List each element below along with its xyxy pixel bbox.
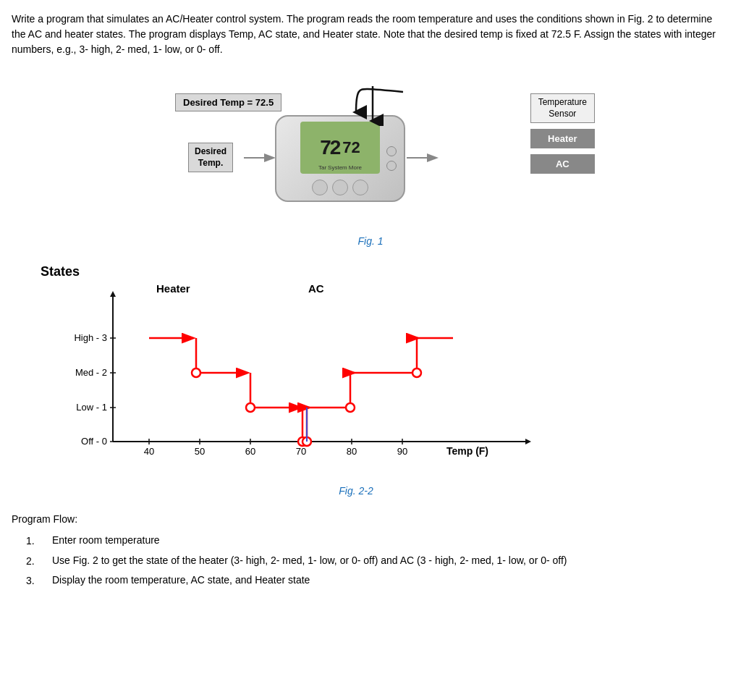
svg-point-30: [192, 368, 200, 377]
flow-list: 1. Enter room temperature 2. Use Fig. 2 …: [12, 533, 729, 590]
ac-box: AC: [530, 154, 595, 174]
svg-text:Off  - 0: Off - 0: [81, 436, 107, 447]
svg-text:Low - 1: Low - 1: [76, 402, 107, 413]
fig1-caption: Fig. 1: [12, 235, 729, 247]
svg-text:90: 90: [397, 446, 407, 457]
flow-item-1: 1. Enter room temperature: [26, 533, 729, 550]
svg-text:80: 80: [347, 446, 357, 457]
thermostat-btn-2[interactable]: [332, 180, 348, 195]
chart-area: Off - 0 Low - 1 Med - 2 High - 3 40 50: [41, 290, 547, 478]
temp-sensor-box: Temperature Sensor: [530, 93, 595, 123]
svg-point-39: [412, 368, 421, 377]
flow-item-3: 3. Display the room temperature, AC stat…: [26, 573, 729, 590]
thermostat-rbtn-up[interactable]: [386, 146, 397, 156]
thermostat-buttons: [312, 180, 368, 195]
temp-sensor-curve-arrow: [331, 86, 418, 122]
svg-text:60: 60: [245, 446, 255, 457]
thermostat-screen: 72 72 TarSystemMore: [300, 122, 380, 174]
flow-num-3: 3.: [26, 573, 41, 590]
flow-text-1: Enter room temperature: [52, 533, 729, 550]
svg-point-42: [346, 403, 355, 412]
states-title: States: [41, 264, 729, 279]
diagram-wrapper: Desired Temp = 72.5 Desired Temp. 72 72 …: [117, 79, 624, 224]
desired-temp-box: Desired Temp = 72.5: [175, 93, 281, 111]
thermostat-temp1: 72: [320, 136, 339, 159]
flow-text-3: Display the room temperature, AC state, …: [52, 573, 729, 590]
thermostat-right-buttons: [386, 146, 397, 171]
svg-text:40: 40: [144, 446, 154, 457]
svg-text:50: 50: [195, 446, 205, 457]
fig2-caption: Fig. 2-2: [0, 485, 729, 497]
heater-box: Heater: [530, 129, 595, 148]
svg-point-33: [246, 403, 255, 412]
thermostat-btn-3[interactable]: [352, 180, 368, 195]
intro-paragraph: Write a program that simulates an AC/Hea…: [12, 12, 721, 57]
flow-item-2: 2. Use Fig. 2 to get the state of the he…: [26, 553, 729, 570]
thermostat-to-boxes-arrow: [407, 148, 446, 168]
thermostat-btn-1[interactable]: [312, 180, 328, 195]
thermostat-temp2: 72: [342, 138, 360, 157]
svg-text:Med - 2: Med - 2: [75, 367, 107, 378]
states-section: States Heater AC Off - 0 Low - 1: [41, 264, 729, 478]
thermostat-rbtn-down[interactable]: [386, 161, 397, 171]
svg-text:High - 3: High - 3: [74, 332, 107, 343]
fig1-container: Desired Temp = 72.5 Desired Temp. 72 72 …: [12, 72, 729, 231]
program-flow-title: Program Flow:: [12, 511, 729, 528]
svg-marker-6: [525, 439, 531, 444]
thermostat-body: 72 72 TarSystemMore: [275, 115, 405, 202]
svg-marker-4: [110, 291, 116, 297]
flow-text-2: Use Fig. 2 to get the state of the heate…: [52, 553, 729, 570]
svg-text:Temp (F): Temp (F): [446, 445, 488, 457]
right-boxes: Temperature Sensor Heater AC: [530, 93, 595, 174]
svg-text:70: 70: [296, 446, 306, 457]
desired-temp-small-box: Desired Temp.: [188, 143, 233, 172]
flow-num-2: 2.: [26, 553, 41, 570]
states-chart-svg: Off - 0 Low - 1 Med - 2 High - 3 40 50: [41, 290, 547, 478]
flow-num-1: 1.: [26, 533, 41, 550]
program-flow-section: Program Flow: 1. Enter room temperature …: [12, 511, 729, 590]
